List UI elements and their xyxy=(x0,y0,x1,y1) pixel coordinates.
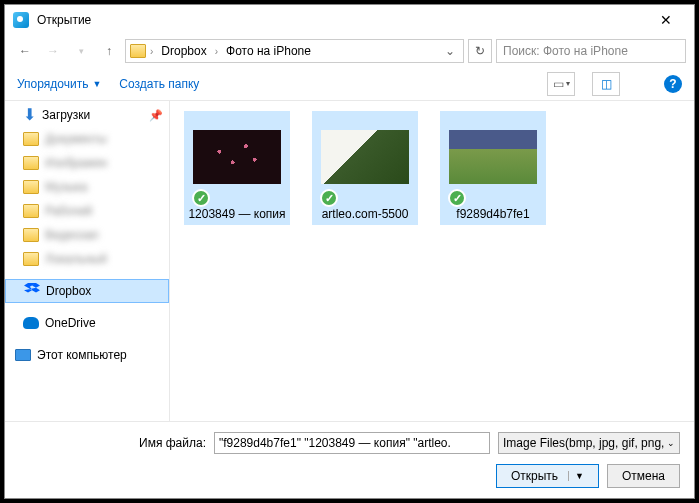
refresh-button[interactable]: ↻ xyxy=(468,39,492,63)
preview-pane-button[interactable]: ◫ xyxy=(592,72,620,96)
filter-label: Image Files(bmp, jpg, gif, png, xyxy=(503,436,664,450)
chevron-down-icon[interactable]: ▼ xyxy=(568,471,584,481)
open-dialog: Открытие ✕ ← → ▾ ↑ › Dropbox › Фото на i… xyxy=(4,4,695,499)
bottom-bar: Имя файла: Image Files(bmp, jpg, gif, pn… xyxy=(5,421,694,498)
sidebar-item[interactable]: Документы xyxy=(5,127,169,151)
sidebar: ⬇ Загрузки 📌 Документы Изображен Музыка … xyxy=(5,101,170,421)
chevron-down-icon: ▼ xyxy=(92,79,101,89)
sidebar-item-dropbox[interactable]: Dropbox xyxy=(5,279,169,303)
sidebar-item-label: Dropbox xyxy=(46,284,91,298)
filename-label: Имя файла: xyxy=(139,436,206,450)
chevron-right-icon: › xyxy=(215,46,218,57)
computer-icon xyxy=(15,349,31,361)
help-button[interactable]: ? xyxy=(664,75,682,93)
cancel-button[interactable]: Отмена xyxy=(607,464,680,488)
pin-icon: 📌 xyxy=(149,109,163,122)
sync-check-icon: ✓ xyxy=(448,189,466,207)
file-grid: ✓ 1203849 — копия ✓ artleo.com-5500 ✓ f9… xyxy=(170,101,694,421)
chevron-right-icon: › xyxy=(150,46,153,57)
titlebar: Открытие ✕ xyxy=(5,5,694,35)
sync-check-icon: ✓ xyxy=(320,189,338,207)
search-input[interactable]: Поиск: Фото на iPhone xyxy=(496,39,686,63)
filename-input[interactable] xyxy=(214,432,490,454)
back-button[interactable]: ← xyxy=(13,39,37,63)
folder-icon xyxy=(130,44,146,58)
sidebar-item-label: OneDrive xyxy=(45,316,96,330)
dropbox-icon xyxy=(24,283,40,299)
recent-dropdown[interactable]: ▾ xyxy=(69,39,93,63)
window-title: Открытие xyxy=(37,13,646,27)
new-folder-button[interactable]: Создать папку xyxy=(119,77,199,91)
folder-icon xyxy=(23,204,39,218)
breadcrumb-current[interactable]: Фото на iPhone xyxy=(222,44,315,58)
up-button[interactable]: ↑ xyxy=(97,39,121,63)
toolbar: Упорядочить ▼ Создать папку ▭▾ ◫ ? xyxy=(5,67,694,101)
thumbnail-image xyxy=(321,130,409,184)
open-label: Открыть xyxy=(511,469,558,483)
sidebar-item[interactable]: Музыка xyxy=(5,175,169,199)
sidebar-item[interactable]: Видеозап xyxy=(5,223,169,247)
sidebar-item[interactable]: Локальный xyxy=(5,247,169,271)
address-bar[interactable]: › Dropbox › Фото на iPhone ⌄ xyxy=(125,39,464,63)
thumbnail-image xyxy=(193,130,281,184)
filetype-filter[interactable]: Image Files(bmp, jpg, gif, png, ⌄ xyxy=(498,432,680,454)
sidebar-item-computer[interactable]: Этот компьютер xyxy=(5,343,169,367)
file-item[interactable]: ✓ 1203849 — копия xyxy=(184,111,290,225)
folder-icon xyxy=(23,252,39,266)
onedrive-icon xyxy=(23,317,39,329)
sidebar-item[interactable]: Рабочий xyxy=(5,199,169,223)
file-item[interactable]: ✓ artleo.com-5500 xyxy=(312,111,418,225)
nav-row: ← → ▾ ↑ › Dropbox › Фото на iPhone ⌄ ↻ П… xyxy=(5,35,694,67)
breadcrumb-root[interactable]: Dropbox xyxy=(157,44,210,58)
open-button[interactable]: Открыть ▼ xyxy=(496,464,599,488)
sidebar-item[interactable]: Изображен xyxy=(5,151,169,175)
download-icon: ⬇ xyxy=(23,108,36,122)
view-mode-button[interactable]: ▭▾ xyxy=(547,72,575,96)
sidebar-item-downloads[interactable]: ⬇ Загрузки 📌 xyxy=(5,103,169,127)
app-icon xyxy=(13,12,29,28)
organize-label: Упорядочить xyxy=(17,77,88,91)
forward-button: → xyxy=(41,39,65,63)
folder-icon xyxy=(23,180,39,194)
sidebar-item-label: Этот компьютер xyxy=(37,348,127,362)
sidebar-item-label: Загрузки xyxy=(42,108,90,122)
chevron-down-icon: ⌄ xyxy=(667,438,675,448)
folder-icon xyxy=(23,156,39,170)
sync-check-icon: ✓ xyxy=(192,189,210,207)
folder-icon xyxy=(23,228,39,242)
sidebar-item-onedrive[interactable]: OneDrive xyxy=(5,311,169,335)
close-button[interactable]: ✕ xyxy=(646,5,686,35)
organize-menu[interactable]: Упорядочить ▼ xyxy=(17,77,101,91)
folder-icon xyxy=(23,132,39,146)
chevron-down-icon[interactable]: ⌄ xyxy=(441,44,459,58)
thumbnail-image xyxy=(449,130,537,184)
file-item[interactable]: ✓ f9289d4b7fe1 xyxy=(440,111,546,225)
